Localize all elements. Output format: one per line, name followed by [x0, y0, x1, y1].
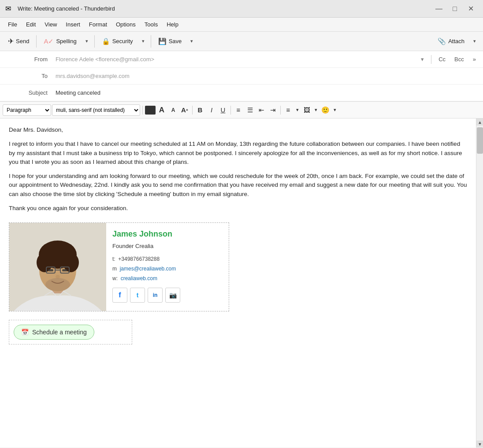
to-row: To — [0, 68, 483, 85]
twitter-button[interactable]: t — [130, 288, 145, 303]
bullet-list-button[interactable]: ≡ — [233, 104, 244, 116]
subject-field[interactable] — [53, 86, 483, 100]
phone-value: +3498766738288 — [118, 256, 160, 262]
toolbar-separator-2 — [94, 35, 95, 48]
align-dropdown[interactable]: ▾ — [294, 104, 301, 116]
scroll-thumb[interactable] — [477, 127, 483, 154]
spelling-dropdown[interactable]: ▾ — [82, 35, 92, 48]
minimize-button[interactable]: — — [432, 3, 446, 15]
schedule-icon: 📅 — [21, 329, 29, 336]
bold-button[interactable]: B — [195, 104, 205, 116]
fmt-sep-1 — [142, 106, 143, 115]
greeting-text: Dear Mrs. Davidson, — [9, 126, 467, 134]
lock-icon: 🔒 — [102, 37, 110, 45]
format-toolbar: Paragraph muli, sans-serif (not installe… — [0, 102, 483, 118]
send-button[interactable]: ✈ Send — [4, 35, 33, 48]
menu-format[interactable]: Format — [85, 19, 111, 30]
font-family-select[interactable]: muli, sans-serif (not installed) — [52, 104, 140, 116]
subject-label: Subject — [0, 89, 53, 96]
fmt-sep-2 — [192, 106, 193, 115]
web-value[interactable]: crealiaweb.com — [121, 275, 157, 281]
svg-point-13 — [56, 275, 60, 278]
mobile-value[interactable]: james@crealiaweb.com — [120, 266, 176, 272]
menu-help[interactable]: Help — [162, 19, 183, 30]
spelling-icon: A✓ — [44, 37, 54, 45]
attach-button[interactable]: 📎 Attach — [433, 35, 469, 48]
content-area: Dear Mrs. Davidson, I regret to inform y… — [0, 118, 483, 448]
spelling-button[interactable]: A✓ Spelling — [39, 35, 81, 48]
spelling-label: Spelling — [56, 38, 76, 44]
insert-emoji-button[interactable]: 🙂 — [320, 104, 331, 116]
toolbar-separator-3 — [151, 35, 151, 48]
text-color-button[interactable]: ■ — [145, 106, 156, 115]
font-grow-btn[interactable]: A+ — [179, 104, 190, 116]
facebook-button[interactable]: f — [112, 288, 127, 303]
schedule-container: 📅 Schedule a meeting — [9, 320, 132, 344]
save-label: Save — [169, 38, 182, 44]
expand-button[interactable]: » — [469, 55, 479, 64]
subject-row: Subject — [0, 85, 483, 101]
menu-options[interactable]: Options — [111, 19, 140, 30]
instagram-button[interactable]: 📷 — [165, 288, 180, 303]
to-label: To — [0, 73, 53, 79]
menu-insert[interactable]: Insert — [61, 19, 85, 30]
linkedin-button[interactable]: in — [148, 288, 163, 303]
from-sep — [431, 55, 431, 64]
indent-button[interactable]: ⇥ — [268, 104, 278, 116]
menu-edit[interactable]: Edit — [22, 19, 40, 30]
security-button[interactable]: 🔒 Security — [97, 35, 137, 48]
signature-card: James Johnson Founder Crealia t: +349876… — [9, 222, 229, 311]
email-header: From ▾ Cc Bcc » To Subject — [0, 51, 483, 102]
window-title: Write: Meeting canceled - Thunderbird — [18, 5, 432, 12]
maximize-button[interactable]: □ — [448, 3, 462, 15]
signature-email: m james@crealiaweb.com — [112, 265, 180, 273]
signature-title: Founder Crealia — [112, 242, 180, 251]
body-paragraph-1: I regret to inform you that I have to ca… — [9, 140, 467, 167]
from-dropdown-btn[interactable]: ▾ — [417, 55, 427, 64]
cc-button[interactable]: Cc — [435, 55, 449, 64]
attach-icon: 📎 — [438, 37, 446, 45]
to-field[interactable] — [53, 69, 483, 83]
from-field[interactable] — [53, 52, 417, 66]
underline-button[interactable]: U — [218, 104, 228, 116]
italic-button[interactable]: I — [206, 104, 217, 116]
scroll-up-arrow[interactable]: ▲ — [476, 118, 483, 126]
emoji-dropdown[interactable]: ▾ — [332, 104, 338, 116]
schedule-label: Schedule a meeting — [32, 329, 87, 336]
security-dropdown[interactable]: ▾ — [138, 35, 148, 48]
save-dropdown[interactable]: ▾ — [187, 35, 197, 48]
vertical-scrollbar[interactable]: ▲ ▼ — [476, 118, 483, 448]
menu-file[interactable]: File — [4, 19, 22, 30]
menu-view[interactable]: View — [40, 19, 61, 30]
outdent-button[interactable]: ⇤ — [256, 104, 267, 116]
window-controls: — □ ✕ — [432, 3, 478, 15]
mobile-label: m — [112, 266, 117, 272]
scroll-track[interactable] — [476, 126, 483, 441]
scroll-down-arrow[interactable]: ▼ — [476, 441, 483, 448]
send-label: Send — [16, 38, 29, 44]
font-size-large-btn[interactable]: A — [156, 104, 167, 116]
image-dropdown[interactable]: ▾ — [313, 104, 319, 116]
send-icon: ✈ — [8, 37, 14, 45]
align-button[interactable]: ≡ — [283, 104, 294, 116]
email-body[interactable]: Dear Mrs. Davidson, I regret to inform y… — [0, 118, 476, 448]
paragraph-style-select[interactable]: Paragraph — [3, 104, 51, 116]
svg-point-14 — [45, 278, 70, 291]
signature-web: w: crealiaweb.com — [112, 274, 180, 282]
person-portrait — [9, 223, 106, 311]
save-button[interactable]: 💾 Save — [154, 35, 186, 48]
closing-text: Thank you once again for your considerat… — [9, 204, 467, 213]
signature-photo — [9, 223, 106, 311]
attach-dropdown[interactable]: ▾ — [470, 35, 479, 48]
signature-phone: t: +3498766738288 — [112, 255, 180, 263]
from-row: From ▾ Cc Bcc » — [0, 51, 483, 68]
security-label: Security — [112, 38, 133, 44]
schedule-meeting-button[interactable]: 📅 Schedule a meeting — [14, 325, 94, 340]
font-size-small-btn[interactable]: A — [168, 104, 178, 116]
close-button[interactable]: ✕ — [464, 3, 478, 15]
bcc-button[interactable]: Bcc — [451, 55, 468, 64]
numbered-list-button[interactable]: ☰ — [245, 104, 255, 116]
insert-image-button[interactable]: 🖼 — [301, 104, 312, 116]
svg-rect-9 — [62, 269, 67, 271]
menu-tools[interactable]: Tools — [140, 19, 162, 30]
